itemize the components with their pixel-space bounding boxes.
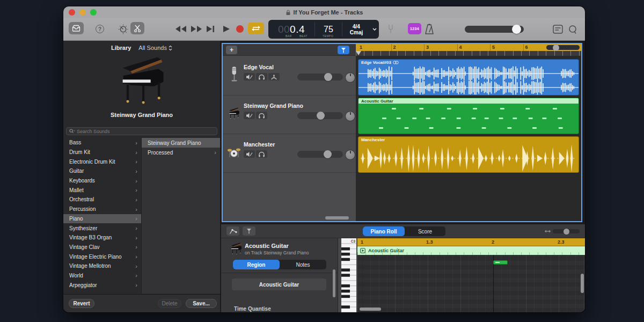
editor-zoom-knob[interactable]: [564, 229, 569, 235]
smart-controls-button[interactable]: [118, 24, 128, 36]
solo-button[interactable]: [256, 112, 267, 119]
note-grid[interactable]: [357, 255, 585, 312]
mute-button[interactable]: [244, 73, 255, 80]
timeline-zoom-slider[interactable]: [546, 45, 580, 50]
ruler-bar-5[interactable]: 5: [490, 44, 523, 51]
sidebar-item-vintage-b3-organ[interactable]: Vintage B3 Organ›: [63, 233, 141, 243]
pan-knob[interactable]: [345, 150, 355, 160]
patch-item-steinway-grand-piano[interactable]: Steinway Grand Piano: [142, 138, 220, 148]
sidebar-item-vintage-mellotron[interactable]: Vintage Mellotron›: [63, 261, 141, 271]
track-volume-knob[interactable]: [324, 73, 332, 81]
editor-horizontal-scrollbar[interactable]: [360, 308, 381, 311]
track-volume-knob[interactable]: [317, 112, 325, 120]
solo-button[interactable]: [256, 73, 267, 80]
ruler-bar-3[interactable]: 3: [424, 44, 457, 51]
search-sounds-field[interactable]: [66, 127, 217, 135]
forward-button[interactable]: [191, 25, 202, 35]
library-filter-dropdown[interactable]: All Sounds: [138, 45, 172, 51]
ruler-bar-1[interactable]: 1: [358, 44, 391, 51]
quick-help-button[interactable]: ?: [96, 25, 104, 33]
minimize-button[interactable]: [79, 9, 86, 16]
region-name-field[interactable]: Acoustic Guitar: [232, 279, 326, 290]
metronome-button[interactable]: [424, 24, 435, 37]
sidebar-item-electronic-drum-kit[interactable]: Electronic Drum Kit›: [63, 157, 141, 166]
sidebar-item-bass[interactable]: Bass›: [63, 138, 141, 148]
sidebar-item-keyboards[interactable]: Keyboards›: [63, 176, 141, 186]
sidebar-item-vintage-electric-piano[interactable]: Vintage Electric Piano›: [63, 252, 141, 261]
search-input[interactable]: [77, 129, 214, 134]
zoom-button[interactable]: [90, 9, 97, 16]
save-button[interactable]: Save...: [186, 299, 217, 308]
track-volume-slider[interactable]: [297, 74, 343, 80]
piano-keyboard[interactable]: C3: [338, 238, 357, 312]
tab-score[interactable]: Score: [405, 226, 445, 236]
tab-region[interactable]: Region: [233, 260, 280, 269]
pan-knob[interactable]: [345, 111, 355, 121]
sidebar-item-guitar[interactable]: Guitar›: [63, 166, 141, 176]
add-track-button[interactable]: +: [226, 46, 237, 54]
loop-browser-button[interactable]: [568, 25, 577, 36]
delete-button[interactable]: Delete: [158, 299, 181, 308]
automation-button[interactable]: [226, 226, 239, 236]
editor-zoom-slider[interactable]: [553, 229, 580, 233]
title-bar[interactable]: If You Forget Me - Tracks: [63, 6, 585, 18]
timeline-ruler[interactable]: 1234567: [356, 44, 581, 56]
lcd-display[interactable]: 00 0.4 BAR BEAT 75 TEMPO 4/4 Cmaj: [268, 20, 379, 39]
tuner-button[interactable]: [386, 24, 395, 36]
sidebar-item-world[interactable]: World›: [63, 271, 141, 281]
timeline-zoom-knob[interactable]: [553, 45, 559, 51]
sidebar-item-percussion[interactable]: Percussion›: [63, 204, 141, 214]
sidebar-item-drum-kit[interactable]: Drum Kit›: [63, 148, 141, 157]
region-play-icon[interactable]: [360, 248, 365, 253]
sidebar-item-vintage-clav[interactable]: Vintage Clav›: [63, 243, 141, 252]
track-volume-slider[interactable]: [297, 151, 343, 158]
lcd-position[interactable]: 00 0.4 BAR BEAT: [268, 20, 314, 39]
editor-region-strip[interactable]: Acoustic Guitar: [357, 246, 585, 255]
track-header-edge-vocal[interactable]: Edge Vocal: [223, 57, 356, 96]
record-button[interactable]: [236, 25, 244, 33]
catch-playhead-button[interactable]: [338, 46, 349, 54]
input-monitoring-button[interactable]: [268, 73, 280, 80]
master-volume-handle[interactable]: [512, 25, 521, 34]
mute-button[interactable]: [244, 112, 255, 119]
lcd-menu-chevron[interactable]: [370, 20, 379, 39]
cycle-button[interactable]: [248, 23, 264, 34]
mute-button[interactable]: [244, 150, 255, 158]
editor-vertical-scrollbar[interactable]: [581, 274, 584, 293]
editor-catch-button[interactable]: [243, 226, 255, 236]
master-volume-slider[interactable]: [465, 26, 524, 33]
pan-knob[interactable]: [345, 72, 355, 83]
close-button[interactable]: [69, 9, 75, 16]
piano-keys-column[interactable]: C3: [338, 238, 357, 312]
region-manchester[interactable]: Manchester: [358, 136, 579, 173]
sidebar-item-mallet[interactable]: Mallet›: [63, 185, 141, 195]
region-acoustic-guitar[interactable]: Acoustic Guitar: [358, 98, 579, 134]
count-in-button[interactable]: 1234: [408, 23, 421, 34]
solo-button[interactable]: [256, 150, 267, 158]
play-button[interactable]: [223, 25, 230, 35]
revert-button[interactable]: Revert: [69, 299, 94, 308]
sidebar-item-orchestral[interactable]: Orchestral›: [63, 195, 141, 204]
editors-toggle-button[interactable]: [130, 22, 144, 34]
go-to-end-button[interactable]: [206, 25, 216, 35]
editor-ruler[interactable]: 11.322.3: [357, 238, 585, 246]
lcd-key-signature[interactable]: 4/4 Cmaj: [342, 20, 370, 39]
patch-item-processed[interactable]: Processed›: [142, 148, 220, 157]
sidebar-item-synthesizer[interactable]: Synthesizer›: [63, 223, 141, 233]
sidebar-item-arpeggiator[interactable]: Arpeggiator›: [63, 280, 141, 290]
inspector-scrollbar[interactable]: [333, 269, 335, 297]
lcd-tempo[interactable]: 75 TEMPO: [315, 20, 342, 39]
region-edge-vocal[interactable]: Edge Vocal#03: [358, 59, 579, 96]
note-pad-button[interactable]: [553, 25, 563, 36]
track-header-manchester[interactable]: Manchester: [223, 134, 356, 173]
ruler-bar-2[interactable]: 2: [391, 44, 425, 51]
track-header-steinway[interactable]: Steinway Grand Piano: [223, 96, 356, 134]
track-volume-slider[interactable]: [297, 112, 343, 119]
tab-piano-roll[interactable]: Piano Roll: [363, 226, 405, 236]
sidebar-item-piano[interactable]: Piano›: [63, 214, 141, 224]
tab-notes[interactable]: Notes: [280, 260, 326, 269]
tracks-horizontal-scrollbar[interactable]: [325, 216, 349, 219]
rewind-button[interactable]: [175, 25, 187, 35]
ruler-bar-4[interactable]: 4: [457, 44, 491, 51]
track-volume-knob[interactable]: [324, 150, 332, 158]
